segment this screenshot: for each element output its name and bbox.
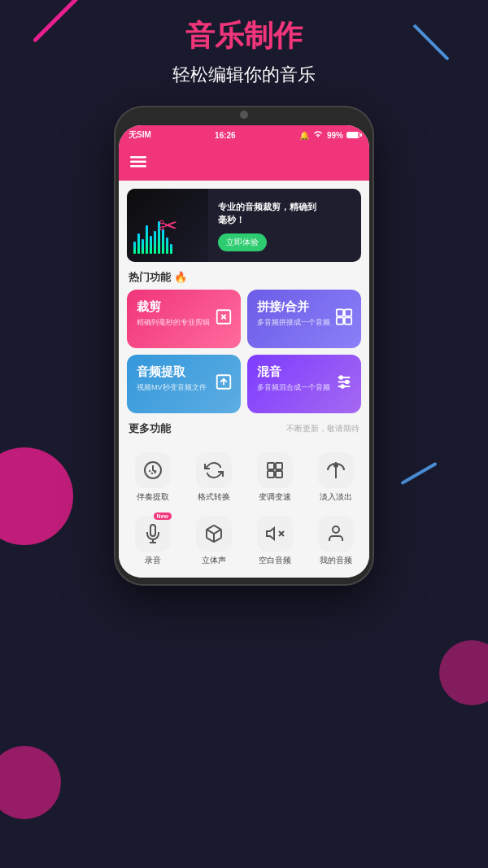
svg-rect-7 xyxy=(345,309,351,316)
svg-rect-20 xyxy=(276,463,282,469)
svg-rect-2 xyxy=(130,165,146,168)
my-audio-label: 我的音频 xyxy=(320,555,352,566)
waveform-bar xyxy=(137,233,140,254)
battery-label: 99% xyxy=(327,131,343,140)
convert-icon xyxy=(196,452,232,488)
fade-label: 淡入淡出 xyxy=(320,491,352,503)
menu-icon[interactable] xyxy=(130,155,146,172)
bg-decoration-circle-left xyxy=(0,447,73,545)
svg-rect-19 xyxy=(268,463,274,469)
scissors-icon: ✂ xyxy=(159,212,177,239)
svg-rect-9 xyxy=(345,317,351,324)
svg-rect-0 xyxy=(130,156,146,159)
waveform-bar xyxy=(146,225,148,254)
mute-icon: 🔔 xyxy=(299,131,309,140)
pitch-icon xyxy=(257,452,293,488)
more-item-convert[interactable]: 格式转换 xyxy=(183,446,244,509)
waveform-bar xyxy=(133,242,136,254)
svg-rect-6 xyxy=(337,309,343,316)
svg-marker-27 xyxy=(267,528,274,539)
more-section-subtitle: 不断更新，敬请期待 xyxy=(286,423,359,434)
waveform-bar xyxy=(150,236,152,254)
more-item-fade[interactable]: 淡入淡出 xyxy=(305,446,366,509)
banner-visual: ✂ xyxy=(127,189,208,262)
more-item-my-audio[interactable]: 我的音频 xyxy=(305,509,366,573)
banner-experience-button[interactable]: 立即体验 xyxy=(218,233,267,251)
bg-decoration-circle-right xyxy=(439,640,488,705)
wifi-icon xyxy=(312,130,324,140)
page-subtitle: 轻松编辑你的音乐 xyxy=(0,63,488,87)
more-section-title: 更多功能 不断更新，敬请期待 xyxy=(119,413,369,441)
app-header xyxy=(119,145,369,181)
hot-card-mix-icon xyxy=(335,373,353,395)
more-item-accompaniment[interactable]: 伴奏提取 xyxy=(122,446,183,509)
pitch-label: 变调变速 xyxy=(259,491,291,503)
hot-card-merge-icon xyxy=(335,308,353,330)
svg-rect-8 xyxy=(337,317,343,324)
waveform-bar xyxy=(154,231,156,254)
banner[interactable]: ✂ 专业的音频裁剪，精确到 毫秒！ 立即体验 xyxy=(127,189,361,262)
phone-frame: 无SIM 16:26 🔔 99% xyxy=(114,106,374,586)
fade-icon xyxy=(318,452,354,488)
svg-rect-1 xyxy=(130,160,146,163)
status-bar: 无SIM 16:26 🔔 99% xyxy=(119,125,369,145)
banner-title: 专业的音频裁剪，精确到 毫秒！ xyxy=(218,200,351,227)
more-item-record[interactable]: New 录音 xyxy=(122,509,183,573)
svg-point-15 xyxy=(340,376,343,379)
convert-label: 格式转换 xyxy=(198,491,230,503)
stereo-label: 立体声 xyxy=(202,555,226,566)
more-item-pitch[interactable]: 变调变速 xyxy=(244,446,305,509)
stereo-icon xyxy=(196,516,232,552)
banner-text: 专业的音频裁剪，精确到 毫秒！ 立即体验 xyxy=(208,200,361,251)
silent-icon xyxy=(257,516,293,552)
bg-decoration-line-mid-right xyxy=(400,462,437,485)
waveform-bar xyxy=(170,244,172,254)
hot-card-cut[interactable]: 裁剪 精确到毫秒的专业剪辑 xyxy=(127,290,241,348)
svg-rect-21 xyxy=(268,471,274,478)
accompaniment-icon xyxy=(135,452,171,488)
scroll-content: ✂ 专业的音频裁剪，精确到 毫秒！ 立即体验 热门功能 🔥 裁剪 精确到毫秒的专… xyxy=(119,181,369,578)
svg-point-30 xyxy=(333,526,339,533)
hot-card-cut-icon xyxy=(215,308,233,330)
phone-screen: 无SIM 16:26 🔔 99% xyxy=(119,125,369,578)
time-label: 16:26 xyxy=(215,131,236,140)
svg-rect-22 xyxy=(276,471,282,478)
hot-card-mix[interactable]: 混音 多音频混合成一个音频 xyxy=(247,355,361,413)
record-label: 录音 xyxy=(145,555,161,566)
page-title: 音乐制作 xyxy=(0,16,488,56)
bg-decoration-circle-bottom-left xyxy=(0,746,61,819)
record-icon xyxy=(135,516,171,552)
hot-section-title: 热门功能 🔥 xyxy=(119,262,369,290)
carrier-label: 无SIM xyxy=(129,129,151,141)
waveform-bar xyxy=(166,238,168,254)
my-audio-icon xyxy=(318,516,354,552)
waveform-bar xyxy=(142,239,144,254)
svg-point-16 xyxy=(346,381,349,384)
svg-point-23 xyxy=(334,464,338,467)
silent-label: 空白音频 xyxy=(259,555,291,566)
battery-icon xyxy=(346,132,359,138)
more-item-silent[interactable]: 空白音频 xyxy=(244,509,305,573)
hot-card-extract-icon xyxy=(215,373,233,395)
hot-card-extract[interactable]: 音频提取 视频MV秒变音频文件 xyxy=(127,355,241,413)
status-right: 🔔 99% xyxy=(299,130,359,140)
hot-features-grid: 裁剪 精确到毫秒的专业剪辑 拼接/合并 多音频拼接成一个音频 xyxy=(119,290,369,413)
page-header: 音乐制作 轻松编辑你的音乐 xyxy=(0,16,488,87)
accompaniment-label: 伴奏提取 xyxy=(137,491,169,503)
more-features-grid: 伴奏提取 格式转换 xyxy=(119,441,369,578)
svg-point-17 xyxy=(341,385,344,388)
phone-camera xyxy=(240,111,248,119)
hot-card-merge[interactable]: 拼接/合并 多音频拼接成一个音频 xyxy=(247,290,361,348)
more-item-stereo[interactable]: 立体声 xyxy=(183,509,244,573)
new-badge: New xyxy=(154,513,172,520)
